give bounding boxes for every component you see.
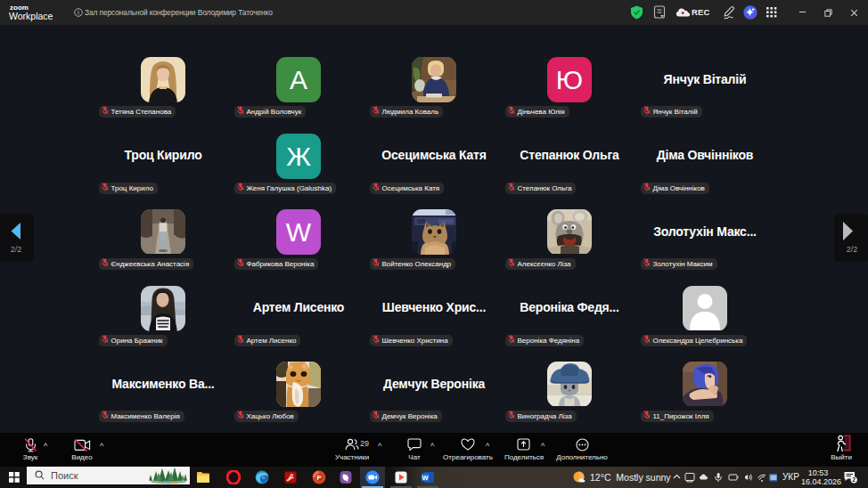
svg-text:P: P	[316, 474, 321, 482]
svg-text:W: W	[422, 474, 429, 482]
svg-text:2: 2	[852, 476, 856, 483]
